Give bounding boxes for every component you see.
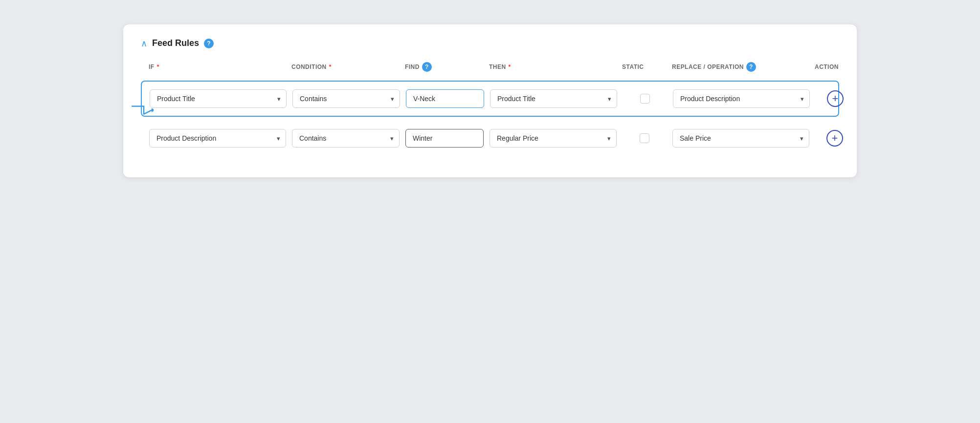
static-checkbox-2[interactable]	[640, 133, 649, 143]
condition-select-wrapper-2: Contains Does not contain Equals Starts …	[292, 129, 400, 148]
add-rule-button-1[interactable]: +	[827, 90, 844, 107]
replace-help-icon[interactable]: ?	[746, 62, 756, 72]
static-col-2	[623, 133, 667, 143]
add-icon-1: +	[827, 90, 844, 107]
condition-select-1[interactable]: Contains Does not contain Equals Starts …	[292, 89, 400, 108]
col-condition: CONDITION*	[291, 62, 399, 72]
find-input-wrapper-2	[405, 129, 484, 148]
col-find: FIND ?	[405, 62, 483, 72]
then-select-1[interactable]: Product Title Product Description Regula…	[490, 89, 617, 108]
if-select-wrapper-2: Product Description Product Title Regula…	[149, 129, 286, 148]
col-replace: REPLACE / OPERATION ?	[672, 62, 809, 72]
col-action: ACTION	[815, 62, 854, 72]
find-input-1[interactable]	[406, 89, 484, 108]
rows-container: Product Title Product Description Regula…	[141, 81, 839, 156]
rule-row-2: Product Description Product Title Regula…	[141, 121, 839, 156]
action-col-1: +	[816, 90, 855, 107]
replace-select-wrapper-2: Sale Price Product Description Product T…	[672, 129, 809, 148]
if-select-2[interactable]: Product Description Product Title Regula…	[149, 129, 286, 148]
header-help-icon[interactable]: ?	[204, 39, 214, 48]
add-rule-button-2[interactable]: +	[826, 130, 843, 147]
col-static: STATIC	[622, 62, 666, 72]
col-then: THEN*	[489, 62, 616, 72]
arrow-indicator	[130, 102, 154, 123]
collapse-icon[interactable]: ∧	[141, 39, 147, 48]
find-input-wrapper-1	[406, 89, 484, 108]
then-select-wrapper-1: Product Title Product Description Regula…	[490, 89, 617, 108]
svg-marker-0	[152, 108, 154, 112]
then-select-wrapper-2: Regular Price Product Title Product Desc…	[490, 129, 617, 148]
replace-select-2[interactable]: Sale Price Product Description Product T…	[672, 129, 809, 148]
feed-rules-card: ∧ Feed Rules ? IF* CONDITION* FIND ? THE…	[123, 24, 857, 177]
add-icon-2: +	[826, 130, 843, 147]
table-header: IF* CONDITION* FIND ? THEN* STATIC REPLA…	[141, 62, 839, 77]
action-col-2: +	[815, 130, 854, 147]
replace-select-1[interactable]: Product Description Sale Price Product T…	[673, 89, 810, 108]
find-input-2[interactable]	[405, 129, 484, 148]
condition-select-2[interactable]: Contains Does not contain Equals Starts …	[292, 129, 400, 148]
card-title: Feed Rules	[152, 38, 199, 48]
then-select-2[interactable]: Regular Price Product Title Product Desc…	[490, 129, 617, 148]
condition-select-wrapper-1: Contains Does not contain Equals Starts …	[292, 89, 400, 108]
col-if: IF*	[149, 62, 286, 72]
if-select-1[interactable]: Product Title Product Description Regula…	[150, 89, 287, 108]
replace-select-wrapper-1: Product Description Sale Price Product T…	[673, 89, 810, 108]
static-checkbox-1[interactable]	[640, 94, 650, 104]
find-help-icon[interactable]: ?	[422, 62, 432, 72]
rule-row-1: Product Title Product Description Regula…	[141, 81, 839, 117]
card-header: ∧ Feed Rules ?	[141, 38, 839, 48]
if-select-wrapper-1: Product Title Product Description Regula…	[150, 89, 287, 108]
static-col-1	[623, 94, 667, 104]
